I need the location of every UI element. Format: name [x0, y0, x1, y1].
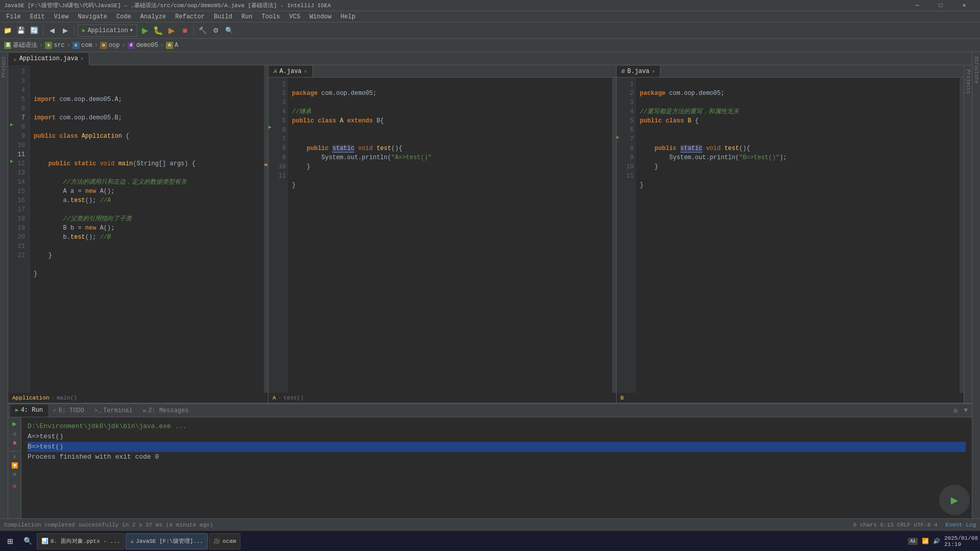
run-rerun2-btn[interactable]: ↺ — [13, 430, 16, 438]
code-application[interactable]: import com.oop.demo05.A; import com.oop.… — [30, 65, 264, 393]
editor-pane-a: A A.java ✕ ▶ — [268, 65, 617, 403]
run-stop-btn[interactable]: ■ — [13, 440, 16, 447]
b-run-icon: ▶ — [617, 134, 620, 140]
tab-application-java[interactable]: ☕ Application.java ✕ — [8, 53, 89, 65]
ln-9: 9 — [15, 132, 27, 141]
ln-13: 13 — [15, 168, 27, 178]
menu-navigate[interactable]: Navigate — [74, 12, 111, 21]
toolbar-build[interactable]: 🔨 — [197, 25, 208, 36]
menu-help[interactable]: Help — [336, 12, 359, 21]
bc-demo05[interactable]: d demo05 — [128, 42, 158, 49]
run-close-btn[interactable]: ✕ — [12, 482, 16, 490]
menu-refactor[interactable]: Refactor — [171, 12, 209, 21]
taskbar-intellij[interactable]: ☕ JavaSE [F:\级管理]... — [126, 533, 208, 549]
tab-run[interactable]: ▶ 4: Run — [10, 405, 48, 417]
bc-jijiaocai[interactable]: 基 基础语法 — [4, 41, 37, 49]
menu-tools[interactable]: Tools — [258, 12, 284, 21]
run-coverage-button[interactable]: ▶ — [166, 25, 177, 36]
line-numbers-application: 2 3 4 5 6 7 8 9 10 11 12 13 14 15 — [15, 65, 30, 393]
bc-sep3: › — [94, 42, 98, 49]
status-event-log[interactable]: Event Log — [946, 522, 976, 528]
title-bar-text: JavaSE [F:\级管理\Jd课包\代码\JavaSE] – …基础语法/s… — [4, 2, 905, 9]
bc-oop[interactable]: o oop — [100, 42, 120, 49]
tab-b-icon: B — [622, 68, 625, 74]
minimize-button[interactable]: ─ — [905, 0, 929, 11]
structure-label[interactable]: Structure — [972, 52, 980, 88]
toolbar-settings[interactable]: ⚙ — [210, 25, 222, 36]
a-line-9: } — [292, 163, 310, 170]
taskbar-ocam[interactable]: 🎥 ocam — [209, 533, 240, 549]
toolbar-open[interactable]: 📁 — [2, 25, 13, 36]
toolbar-search[interactable]: 🔍 — [224, 25, 235, 36]
menu-window[interactable]: Window — [305, 12, 335, 21]
a-line-4: public class A extends B{ — [292, 117, 384, 124]
taskbar-start[interactable]: ⊞ — [2, 533, 18, 549]
eb-test-a: test() — [283, 395, 304, 401]
bottom-collapse-btn[interactable]: ▼ — [962, 406, 970, 416]
code-b[interactable]: package com.oop.demo05; //重写都是方法的重写，和属性无… — [636, 78, 960, 393]
ln-5: 5 — [15, 95, 27, 104]
tab-a-java[interactable]: A A.java ✕ — [268, 66, 313, 77]
run-tab-icon: ▶ — [15, 407, 19, 413]
close-button[interactable]: ✕ — [952, 0, 976, 11]
maximize-button[interactable]: □ — [929, 0, 952, 11]
menu-code[interactable]: Code — [112, 12, 135, 21]
sidebar-project-label[interactable]: Project — [0, 54, 8, 80]
ln-15: 15 — [15, 187, 27, 196]
run-button[interactable]: ▶ — [139, 25, 151, 36]
code-a[interactable]: package com.oop.demo05; //继承 public clas… — [288, 78, 612, 393]
bc-com[interactable]: c com — [72, 42, 92, 49]
b-ln-2: 2 — [624, 89, 634, 98]
debug-button[interactable]: 🐛 — [153, 25, 164, 36]
menu-analyze[interactable]: Analyze — [136, 12, 170, 21]
bc-jijiaocai-label: 基础语法 — [13, 41, 37, 49]
editor-bottom-container: ☕ Application.java ✕ — [8, 52, 972, 551]
tab-application-java-close[interactable]: ✕ — [81, 56, 84, 62]
b-gi-2 — [617, 87, 624, 96]
tab-b-close[interactable]: ✕ — [652, 68, 655, 74]
bc-src[interactable]: s src — [45, 42, 65, 49]
run-scroll-btn[interactable]: ⬇ — [13, 454, 16, 460]
editor-b-scroll[interactable]: ▶ 1 2 3 4 5 6 7 8 9 10 11 — [617, 78, 964, 393]
toolbar-forward[interactable]: ▶ — [60, 25, 71, 36]
a-ln-4: 4 — [276, 107, 286, 116]
menu-file[interactable]: File — [2, 12, 25, 21]
taskbar-network-icon: 📶 — [922, 538, 929, 544]
run-config-selector[interactable]: ▶ Application ▼ — [78, 24, 137, 37]
b-scrollbar — [960, 78, 964, 393]
tab-todo[interactable]: ✓ 6: TODO — [48, 405, 89, 417]
taskbar-ai-label[interactable]: Ai — [908, 538, 918, 545]
projects-label[interactable]: Projects — [964, 65, 972, 98]
run-filter-btn[interactable]: 🔽 — [11, 462, 18, 469]
toolbar-save[interactable]: 💾 — [15, 25, 27, 36]
toolbar-sep2 — [74, 26, 75, 36]
a-ln-3: 3 — [276, 98, 286, 107]
taskbar-search[interactable]: 🔍 — [19, 533, 36, 549]
run-settings-btn[interactable]: ⚙ — [13, 471, 16, 478]
run-rerun-btn[interactable]: ▶ — [12, 419, 16, 428]
a-gi-4 — [268, 105, 276, 114]
taskbar-pptx[interactable]: 📊 8. 面向对象.pptx - ... — [37, 533, 125, 549]
menu-build[interactable]: Build — [210, 12, 236, 21]
b-ln-4: 4 — [624, 107, 634, 116]
stop-button[interactable]: ■ — [179, 25, 190, 36]
tab-b-java[interactable]: B B.java ✕ — [617, 66, 661, 77]
tab-messages[interactable]: ✉ 2: Messages — [138, 405, 194, 417]
bc-src-icon: s — [45, 42, 52, 49]
menu-run[interactable]: Run — [237, 12, 257, 21]
menu-edit[interactable]: Edit — [26, 12, 49, 21]
ln-19: 19 — [15, 223, 27, 233]
tab-a-close[interactable]: ✕ — [304, 68, 307, 74]
todo-tab-icon: ✓ — [53, 407, 57, 414]
toolbar-back[interactable]: ◀ — [46, 25, 58, 36]
editor-application-scroll[interactable]: ▶ ▶ 2 3 4 5 6 — [8, 65, 268, 393]
bc-a[interactable]: A A — [166, 42, 178, 49]
menu-vcs[interactable]: VCS — [285, 12, 305, 21]
editor-a-scroll[interactable]: ▶ 1 2 3 4 5 6 7 8 9 10 11 — [268, 78, 616, 393]
menu-view[interactable]: View — [50, 12, 73, 21]
bottom-settings-btn[interactable]: ⚙ — [951, 406, 960, 416]
tab-terminal[interactable]: >_ Terminal — [89, 405, 138, 417]
toolbar-sync[interactable]: 🔄 — [29, 25, 40, 36]
notification-play-button[interactable]: ▶ — [939, 485, 970, 515]
window-controls[interactable]: ─ □ ✕ — [905, 0, 976, 11]
